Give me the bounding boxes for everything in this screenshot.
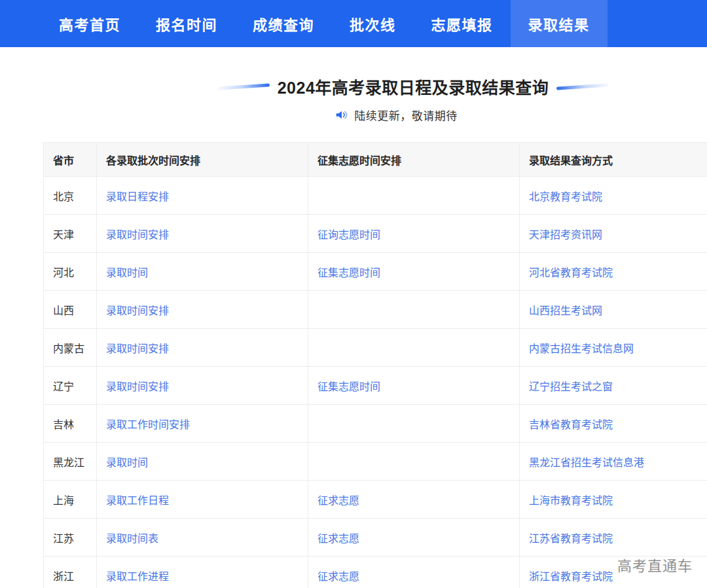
schedule-link-cell: 录取时间安排 <box>97 215 308 252</box>
content-area: 2024年高考录取日程及录取结果查询 陆续更新，敬请期待 省市 各录取批次时间安… <box>43 75 707 588</box>
admission-table: 省市 各录取批次时间安排 征集志愿时间安排 录取结果查询方式 北京录取日程安排北… <box>43 142 707 588</box>
province-cell: 天津 <box>44 215 97 252</box>
query-link-cell: 江苏省教育考试院 <box>520 519 707 556</box>
collection-link <box>308 177 520 214</box>
collection-link[interactable]: 征询志愿时间 <box>317 226 380 242</box>
collection-link-cell: 征询志愿时间 <box>308 215 520 252</box>
table-row: 北京录取日程安排北京教育考试院 <box>44 177 707 215</box>
collection-link-cell: 征集志愿时间 <box>308 367 520 404</box>
schedule-link[interactable]: 录取时间安排 <box>106 340 169 356</box>
nav-tab-admission-results[interactable]: 录取结果 <box>511 0 607 47</box>
collection-link-cell: 征求志愿 <box>308 557 520 588</box>
collection-link-cell: 征集志愿时间 <box>308 253 520 290</box>
schedule-link[interactable]: 录取时间表 <box>106 530 158 545</box>
query-link-cell: 山西招生考试网 <box>520 291 707 328</box>
notice-row: 陆续更新，敬请期待 <box>26 107 707 123</box>
schedule-link[interactable]: 录取工作时间安排 <box>106 416 190 432</box>
schedule-link-cell: 录取工作时间安排 <box>97 405 308 442</box>
schedule-link[interactable]: 录取工作进程 <box>106 568 169 583</box>
query-link-cell: 黑龙江省招生考试信息港 <box>520 443 707 480</box>
table-row: 黑龙江录取时间黑龙江省招生考试信息港 <box>44 443 707 481</box>
collection-link <box>308 291 520 328</box>
table-row: 内蒙古录取时间安排内蒙古招生考试信息网 <box>44 329 707 367</box>
query-link[interactable]: 山西招生考试网 <box>529 302 602 318</box>
province-cell: 辽宁 <box>44 367 97 404</box>
nav-tab-registration[interactable]: 报名时间 <box>138 0 235 47</box>
query-link[interactable]: 上海市教育考试院 <box>529 492 613 507</box>
schedule-link-cell: 录取时间 <box>97 253 308 290</box>
nav-tab-scores[interactable]: 成绩查询 <box>235 0 332 47</box>
title-decoration-left <box>217 83 270 90</box>
collection-link[interactable]: 征求志愿 <box>317 492 359 507</box>
schedule-link-cell: 录取工作日程 <box>97 481 308 518</box>
province-cell: 上海 <box>44 481 97 518</box>
schedule-link-cell: 录取工作进程 <box>97 557 308 588</box>
province-cell: 内蒙古 <box>44 329 97 366</box>
query-link[interactable]: 内蒙古招生考试信息网 <box>529 340 634 356</box>
query-link-cell: 北京教育考试院 <box>520 177 707 214</box>
schedule-link[interactable]: 录取时间安排 <box>106 226 169 242</box>
province-cell: 浙江 <box>44 557 97 588</box>
speaker-icon <box>335 108 348 122</box>
schedule-link[interactable]: 录取工作日程 <box>106 492 169 507</box>
province-cell: 黑龙江 <box>44 443 97 480</box>
table-row: 山西录取时间安排山西招生考试网 <box>44 291 707 329</box>
query-link[interactable]: 河北省教育考试院 <box>529 264 613 280</box>
collection-link[interactable]: 征集志愿时间 <box>317 264 380 280</box>
schedule-link[interactable]: 录取时间安排 <box>106 302 169 318</box>
page-title-row: 2024年高考录取日程及录取结果查询 <box>43 75 707 98</box>
nav-tab-application[interactable]: 志愿填报 <box>414 0 511 47</box>
province-cell: 吉林 <box>44 405 97 442</box>
collection-link[interactable]: 征求志愿 <box>317 530 359 545</box>
query-link-cell: 辽宁招生考试之窗 <box>520 367 707 404</box>
notice-text: 陆续更新，敬请期待 <box>354 107 458 123</box>
schedule-link-cell: 录取日程安排 <box>97 177 308 214</box>
nav-tab-home[interactable]: 高考首页 <box>41 0 138 47</box>
top-navigation: 高考首页 报名时间 成绩查询 批次线 志愿填报 录取结果 <box>0 0 707 47</box>
table-row: 天津录取时间安排征询志愿时间天津招考资讯网 <box>44 215 707 253</box>
table-row: 江苏录取时间表征求志愿江苏省教育考试院 <box>44 519 707 557</box>
header-query: 录取结果查询方式 <box>520 143 707 176</box>
query-link[interactable]: 黑龙江省招生考试信息港 <box>529 454 644 469</box>
table-row: 上海录取工作日程征求志愿上海市教育考试院 <box>44 481 707 519</box>
title-decoration-right <box>556 83 609 90</box>
query-link[interactable]: 北京教育考试院 <box>529 188 602 204</box>
query-link[interactable]: 辽宁招生考试之窗 <box>529 378 613 394</box>
schedule-link[interactable]: 录取时间安排 <box>106 378 169 394</box>
collection-link[interactable]: 征求志愿 <box>317 568 359 583</box>
schedule-link[interactable]: 录取日程安排 <box>106 188 169 204</box>
schedule-link[interactable]: 录取时间 <box>106 454 148 469</box>
table-row: 浙江录取工作进程征求志愿浙江省教育考试院 <box>44 557 707 588</box>
nav-tab-cutoff-lines[interactable]: 批次线 <box>332 0 414 47</box>
schedule-link-cell: 录取时间 <box>97 443 308 480</box>
schedule-link-cell: 录取时间安排 <box>97 291 308 328</box>
header-province: 省市 <box>44 143 97 176</box>
province-cell: 山西 <box>44 291 97 328</box>
province-cell: 江苏 <box>44 519 97 556</box>
schedule-link-cell: 录取时间安排 <box>97 329 308 366</box>
query-link-cell: 吉林省教育考试院 <box>520 405 707 442</box>
query-link-cell: 浙江省教育考试院 <box>520 557 707 588</box>
query-link[interactable]: 浙江省教育考试院 <box>529 568 613 583</box>
table-row: 辽宁录取时间安排征集志愿时间辽宁招生考试之窗 <box>44 367 707 405</box>
schedule-link-cell: 录取时间表 <box>97 519 308 556</box>
province-cell: 北京 <box>44 177 97 214</box>
collection-link-cell: 征求志愿 <box>308 481 520 518</box>
province-cell: 河北 <box>44 253 97 290</box>
collection-link[interactable]: 征集志愿时间 <box>317 378 380 394</box>
schedule-link-cell: 录取时间安排 <box>97 367 308 404</box>
query-link-cell: 上海市教育考试院 <box>520 481 707 518</box>
collection-link-cell: 征求志愿 <box>308 519 520 556</box>
collection-link <box>308 443 520 480</box>
header-schedule: 各录取批次时间安排 <box>97 143 308 176</box>
header-collection: 征集志愿时间安排 <box>308 143 520 176</box>
table-row: 吉林录取工作时间安排吉林省教育考试院 <box>44 405 707 443</box>
query-link-cell: 内蒙古招生考试信息网 <box>520 329 707 366</box>
query-link[interactable]: 天津招考资讯网 <box>529 226 602 242</box>
page-title: 2024年高考录取日程及录取结果查询 <box>278 75 549 98</box>
table-header-row: 省市 各录取批次时间安排 征集志愿时间安排 录取结果查询方式 <box>44 143 707 177</box>
collection-link <box>308 329 520 366</box>
query-link[interactable]: 江苏省教育考试院 <box>529 530 613 545</box>
query-link[interactable]: 吉林省教育考试院 <box>529 416 613 432</box>
schedule-link[interactable]: 录取时间 <box>106 264 148 280</box>
